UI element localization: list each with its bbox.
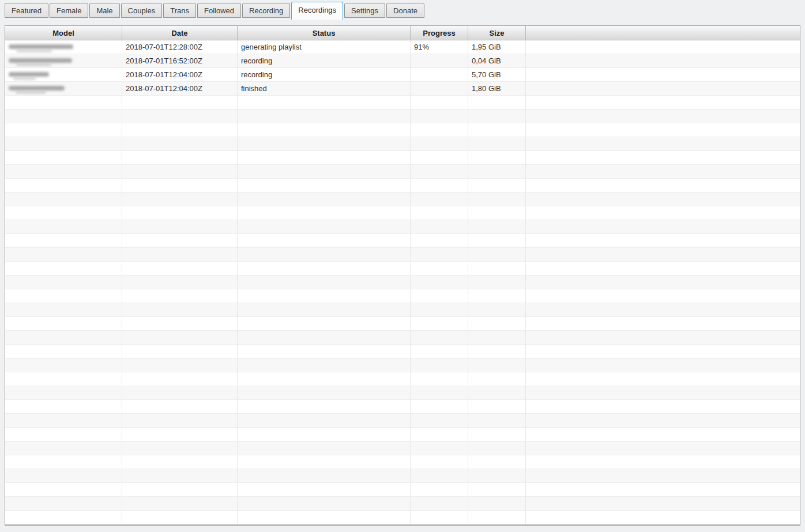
tab-recordings[interactable]: Recordings [291,2,343,20]
cell-date [122,511,238,524]
cell-status: recording [238,54,411,67]
cell-model [5,220,122,233]
table-row-empty [5,179,800,193]
column-header-status[interactable]: Status [238,26,411,40]
tab-recording[interactable]: Recording [242,3,290,18]
redacted-model-name [9,54,72,67]
cell-date [122,455,238,469]
cell-model [5,68,122,81]
column-header-progress[interactable]: Progress [411,26,468,40]
tab-featured[interactable]: Featured [5,3,48,18]
cell-filler [526,303,800,316]
cell-progress [411,483,468,496]
table-row[interactable]: 2018-07-01T12:04:00Zrecording5,70 GiB [5,68,800,82]
cell-progress [411,179,468,192]
cell-filler [526,151,800,164]
cell-status [238,165,411,178]
cell-filler [526,40,800,54]
table-row-empty [5,386,800,400]
cell-model [5,276,122,289]
cell-filler [526,165,800,178]
cell-status [238,193,411,206]
cell-model [5,483,122,496]
redacted-model-name [9,68,49,81]
cell-filler [526,400,800,413]
cell-progress [411,206,468,220]
cell-size [468,497,526,510]
table-row-empty [5,317,800,331]
tab-trans[interactable]: Trans [163,3,196,18]
cell-progress [411,428,468,441]
cell-progress [411,372,468,386]
cell-filler [526,386,800,399]
table-row-empty [5,110,800,123]
cell-size [468,220,526,233]
tab-bar: FeaturedFemaleMaleCouplesTransFollowedRe… [0,0,805,18]
tab-settings[interactable]: Settings [344,3,385,18]
cell-date: 2018-07-01T16:52:00Z [122,54,238,67]
cell-date [122,400,238,413]
cell-date [122,234,238,247]
table-row-empty [5,331,800,345]
table-row-empty [5,248,800,262]
cell-progress [411,289,468,303]
cell-status [238,317,411,330]
cell-status: generating playlist [238,40,411,54]
cell-size [468,442,526,455]
table-row[interactable]: 2018-07-01T12:28:00Zgenerating playlist9… [5,40,800,54]
cell-filler [526,276,800,289]
cell-size [468,123,526,137]
column-header-size[interactable]: Size [468,26,526,40]
cell-progress [411,317,468,330]
cell-size: 1,80 GiB [468,82,526,95]
cell-progress [411,455,468,469]
cell-size [468,289,526,303]
cell-progress [411,497,468,510]
tab-donate[interactable]: Donate [386,3,424,18]
cell-status [238,276,411,289]
table-row-empty [5,511,800,525]
cell-model [5,317,122,330]
table-row[interactable]: 2018-07-01T16:52:00Zrecording0,04 GiB [5,54,800,68]
cell-progress [411,414,468,427]
table-row-empty [5,206,800,220]
cell-status [238,497,411,510]
cell-filler [526,220,800,233]
table-row[interactable]: 2018-07-01T12:04:00Zfinished1,80 GiB [5,82,800,96]
cell-progress: 91% [411,40,468,54]
cell-model [5,110,122,123]
cell-size [468,248,526,261]
cell-size [468,96,526,109]
tab-female[interactable]: Female [50,3,88,18]
table-header: ModelDateStatusProgressSize [5,26,800,40]
cell-size [468,179,526,192]
cell-size [468,137,526,150]
cell-size [468,483,526,496]
cell-status [238,110,411,123]
cell-model [5,497,122,510]
cell-filler [526,123,800,137]
table-row-empty [5,96,800,110]
cell-progress [411,110,468,123]
cell-status [238,123,411,137]
cell-status [238,151,411,164]
cell-filler [526,54,800,67]
cell-date [122,386,238,399]
column-header-date[interactable]: Date [122,26,238,40]
cell-progress [411,359,468,372]
cell-filler [526,359,800,372]
cell-size [468,262,526,275]
cell-status [238,372,411,386]
column-header-model[interactable]: Model [5,26,122,40]
cell-filler [526,179,800,192]
cell-model [5,262,122,275]
cell-status [238,137,411,150]
cell-filler [526,193,800,206]
cell-size [468,414,526,427]
tab-couples[interactable]: Couples [121,3,163,18]
column-header-filler[interactable] [526,26,800,40]
tab-male[interactable]: Male [89,3,119,18]
cell-size [468,400,526,413]
cell-model [5,179,122,192]
tab-followed[interactable]: Followed [197,3,241,18]
